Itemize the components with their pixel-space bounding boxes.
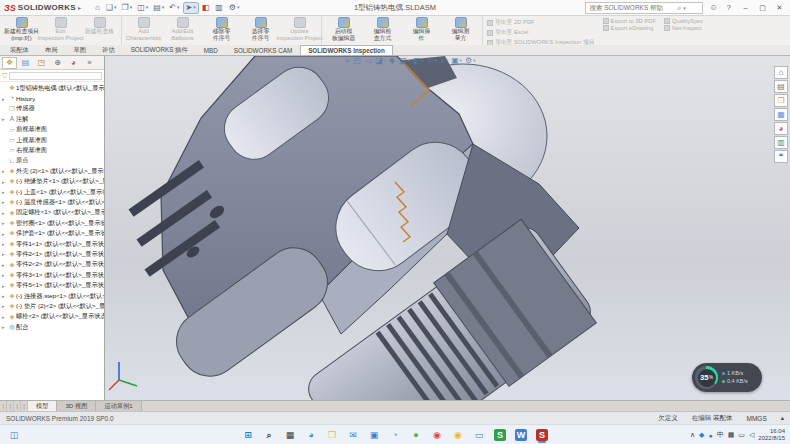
- edge-icon[interactable]: ◕: [303, 427, 319, 443]
- open-file-icon[interactable]: ❐▾: [119, 3, 134, 13]
- tree-item[interactable]: ▸◈(-) 绝缘垫片<1> (默认<<默认>_显: [0, 177, 104, 187]
- solidworks-resources-icon[interactable]: ⌂: [774, 66, 788, 79]
- file-explorer-icon[interactable]: ❒: [324, 427, 340, 443]
- new-inspection-template-button[interactable]: 新建检查板: [80, 16, 119, 45]
- add-edit-balloons-button[interactable]: Add/EditBalloons: [163, 16, 202, 45]
- print-icon[interactable]: ▤▾: [151, 3, 166, 13]
- graphics-viewport[interactable]: ⌕◰◅◪▾◈▧▾◧▾◎▾◕▾▣▾⚙▾ ⌂▤❒▦◕▥❝ 35% 1 KB/s 0.…: [105, 56, 790, 400]
- new-inspection-project-button[interactable]: 新建检查项目(imp:对): [2, 16, 41, 45]
- tree-item[interactable]: ▱前视基准面: [0, 125, 104, 135]
- store-icon[interactable]: ▣: [366, 427, 382, 443]
- ribbon-tab[interactable]: 评估: [94, 45, 123, 55]
- help-icon[interactable]: ?: [724, 3, 734, 12]
- start-button[interactable]: ⊞: [240, 427, 256, 443]
- tree-item[interactable]: ▸◈螺栓<2> (默认<<默认>_显示状态: [0, 312, 104, 322]
- sheet-app-icon[interactable]: S: [492, 427, 508, 443]
- design-library-icon[interactable]: ▤: [774, 80, 788, 93]
- tree-item[interactable]: ▱右视基准面: [0, 145, 104, 155]
- cad-model-thermocouple-assembly[interactable]: [105, 56, 790, 400]
- solidworks-taskbar-icon[interactable]: S: [534, 427, 550, 443]
- tree-item[interactable]: ❒传感器: [0, 104, 104, 114]
- remove-balloons-button[interactable]: 移除零件序号: [202, 16, 241, 45]
- mail-icon[interactable]: ✉: [345, 427, 361, 443]
- user-account-icon[interactable]: ☺: [706, 3, 720, 12]
- tab-scroll-first[interactable]: ❘: [0, 401, 7, 411]
- edit-operation-button[interactable]: 编辑操作: [402, 16, 441, 45]
- model-tab[interactable]: 模型: [28, 401, 57, 411]
- featuremanager-tab[interactable]: ❖: [2, 57, 17, 69]
- edit-inspection-method-button[interactable]: 编辑检查方式: [363, 16, 402, 45]
- file-explorer-pane-icon[interactable]: ❒: [774, 94, 788, 107]
- view-palette-icon[interactable]: ▦: [774, 108, 788, 121]
- tray-app-icon[interactable]: ●: [708, 432, 712, 439]
- tree-item[interactable]: ∟原点: [0, 156, 104, 166]
- widgets-icon[interactable]: ◫: [6, 427, 22, 443]
- tree-item[interactable]: ▸◈固定螺栓<1> (默认<<默认>_显示状: [0, 208, 104, 218]
- tree-item[interactable]: ▸◈零件3<1> (默认<<默认>_显示状态: [0, 270, 104, 280]
- tree-item[interactable]: ▸◈(-) 上盖<1> (默认<<默认>_显示状: [0, 187, 104, 197]
- tray-shield-icon[interactable]: ◆: [699, 431, 704, 439]
- new-file-icon[interactable]: ❏▾: [104, 3, 119, 13]
- ribbon-tab[interactable]: SOLIDWORKS 插件: [123, 45, 196, 55]
- remote-app-icon[interactable]: ▭: [471, 427, 487, 443]
- display-settings-icon[interactable]: ▥: [213, 3, 226, 13]
- apply-scene-icon[interactable]: ▣▾: [451, 57, 462, 65]
- net-speed-overlay-widget[interactable]: 35% 1 KB/s 0.4 KB/s: [692, 363, 762, 392]
- tree-filter-input[interactable]: [9, 72, 102, 80]
- model-tab[interactable]: 3D 视图: [57, 401, 96, 411]
- task-view-button[interactable]: ▦: [282, 427, 298, 443]
- tree-item[interactable]: ▸◈零件2<2> (默认<<默认>_显示状态: [0, 260, 104, 270]
- custom-properties-icon[interactable]: ▥: [774, 136, 788, 149]
- tree-item[interactable]: ▸A注解: [0, 114, 104, 124]
- cloud-app-icon[interactable]: ◔: [387, 427, 403, 443]
- tree-item[interactable]: ▸◈(-) 连接器.step<1> (默认<<默认>: [0, 291, 104, 301]
- restore-button[interactable]: ▢: [754, 0, 771, 15]
- chrome-icon[interactable]: ◉: [450, 427, 466, 443]
- update-inspection-project-button[interactable]: UpdateInspection Project: [280, 16, 319, 45]
- tray-expand-icon[interactable]: ∧: [690, 431, 695, 439]
- tree-item[interactable]: ▸◈零件1<1> (默认<<默认>_显示状态: [0, 239, 104, 249]
- tab-scroll-last[interactable]: ❘: [21, 401, 28, 411]
- tree-item[interactable]: ▸◎配合: [0, 322, 104, 332]
- tree-item[interactable]: ▸◈密封圈<1> (默认<<默认>_显示状: [0, 218, 104, 228]
- wps-icon[interactable]: W: [513, 427, 529, 443]
- options-icon[interactable]: ⚙▾: [227, 3, 242, 13]
- display-tray-icon[interactable]: ▭: [738, 431, 745, 439]
- zoom-area-icon[interactable]: ◰: [353, 57, 362, 65]
- rebuild-icon[interactable]: ◧: [200, 3, 213, 13]
- edit-appearance-icon[interactable]: ◕▾: [440, 57, 448, 65]
- search-button[interactable]: ⌕: [261, 427, 277, 443]
- section-view-icon[interactable]: ◪▾: [375, 57, 386, 65]
- select-balloons-button[interactable]: 选择零件序号: [241, 16, 280, 45]
- add-characteristic-button[interactable]: AddCharacteristic: [124, 16, 163, 45]
- forum-icon[interactable]: ❝: [774, 150, 788, 163]
- display-style-icon[interactable]: ◧▾: [413, 57, 424, 65]
- search-icon[interactable]: ⌕: [677, 4, 681, 12]
- ribbon-tab[interactable]: 布局: [37, 45, 66, 55]
- previous-view-icon[interactable]: ◅: [365, 57, 372, 65]
- green-app-icon[interactable]: ●: [408, 427, 424, 443]
- tree-item[interactable]: ▸◈零件2<1> (默认<<默认>_显示状态: [0, 249, 104, 259]
- search-caret-icon[interactable]: ▾: [683, 5, 686, 11]
- ribbon-tab[interactable]: MBD: [196, 45, 226, 55]
- tree-item[interactable]: ❖1型铝铸热电偶 (默认<默认_显示状态-1: [0, 83, 104, 93]
- panel-overflow-tab[interactable]: »: [82, 57, 97, 69]
- browser-app-icon[interactable]: ◉: [429, 427, 445, 443]
- view-orientation-icon[interactable]: ▧▾: [399, 57, 410, 65]
- displaymanager-tab[interactable]: ◕: [66, 57, 81, 69]
- search-input[interactable]: [589, 4, 675, 11]
- minimize-button[interactable]: –: [737, 0, 754, 15]
- tree-item[interactable]: ▸◈(-) 垫片 (2)<2> (默认<<默认>_显: [0, 301, 104, 311]
- zoom-fit-icon[interactable]: ⌕: [345, 57, 350, 65]
- ime-language-indicator[interactable]: 中: [717, 430, 724, 440]
- ribbon-tab[interactable]: SOLIDWORKS CAM: [226, 45, 300, 55]
- undo-icon[interactable]: ↶▾: [167, 3, 181, 13]
- select-icon[interactable]: ➤▾: [183, 2, 199, 14]
- propertymanager-tab[interactable]: ▤: [18, 57, 33, 69]
- tree-item[interactable]: ▸◈(-) 温度传感器<1> (默认<<默认>_: [0, 197, 104, 207]
- ribbon-tab[interactable]: SOLIDWORKS Inspection: [300, 45, 393, 55]
- dynamic-annotation-icon[interactable]: ◈: [389, 57, 396, 65]
- view-settings-icon[interactable]: ⚙▾: [465, 57, 475, 65]
- edit-inspection-project-button[interactable]: EditInspection Project: [41, 16, 80, 45]
- home-icon[interactable]: ⌂: [93, 3, 103, 13]
